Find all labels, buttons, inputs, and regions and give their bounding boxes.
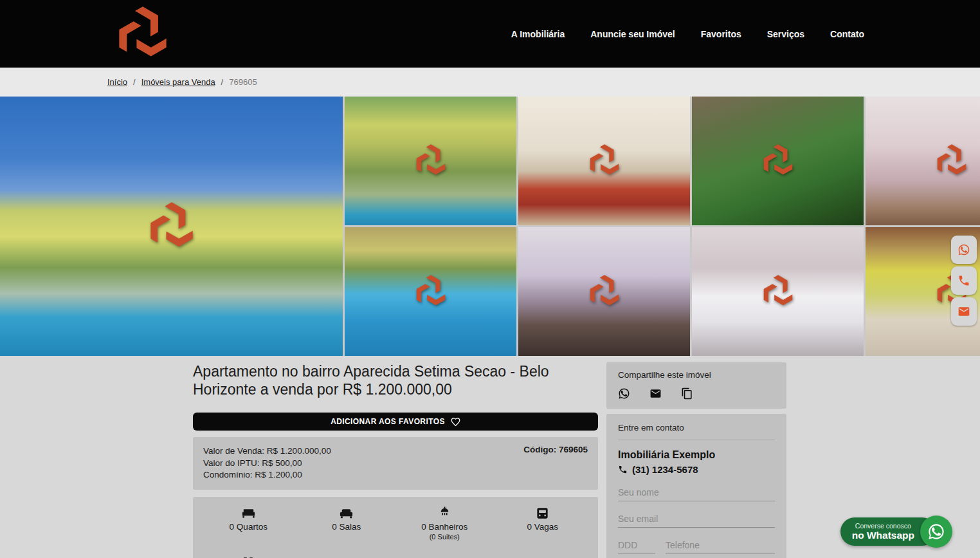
nav-item-favoritos[interactable]: Favoritos	[701, 29, 741, 39]
watermark-logo-icon	[760, 274, 796, 310]
name-field[interactable]	[618, 483, 775, 501]
top-navbar: A Imobiliária Anuncie seu Imóvel Favorit…	[0, 0, 980, 68]
ddd-field[interactable]	[618, 536, 655, 554]
phone-icon	[957, 274, 970, 287]
email-icon	[957, 305, 970, 318]
price-value: R$ 1.200.000,00	[267, 446, 331, 456]
phone-fields-row	[618, 528, 775, 554]
contact-title: Entre em contato	[618, 423, 775, 432]
whatsapp-chat-button[interactable]	[920, 516, 952, 548]
price-value: R$ 500,00	[262, 458, 302, 468]
gallery-photo-garden-palms-house[interactable]	[345, 97, 516, 225]
feature-label: 0 Vagas	[527, 522, 558, 532]
favorites-button-label: ADICIONAR AOS FAVORITOS	[331, 417, 445, 426]
agency-phone-number: (31) 1234-5678	[632, 464, 698, 475]
nav-item-anuncie[interactable]: Anuncie seu Imóvel	[590, 29, 675, 39]
listing-main-column: Apartamento no bairro Aparecida Setima S…	[193, 362, 598, 558]
gallery-photo-indoor-garden[interactable]	[692, 97, 864, 225]
bed-icon	[241, 506, 256, 521]
agency-phone: (31) 1234-5678	[618, 464, 775, 475]
price-line-condominio: Condomínio: R$ 1.200,00	[203, 469, 588, 481]
car-icon	[535, 506, 550, 521]
whatsapp-icon[interactable]	[618, 387, 630, 400]
watermark-logo-icon	[586, 274, 622, 310]
contact-box: Entre em contato Imobiliária Exemplo (31…	[606, 414, 786, 558]
breadcrumb-home-link[interactable]: Início	[107, 77, 127, 87]
side-whatsapp-button[interactable]	[951, 236, 977, 264]
main-nav: A Imobiliária Anuncie seu Imóvel Favorit…	[511, 0, 864, 68]
price-label: Valor de Venda:	[203, 446, 264, 456]
gallery-photo-pink-bedroom[interactable]	[866, 97, 980, 225]
floating-contact-buttons	[951, 236, 977, 326]
gallery-photo-pool-fountain[interactable]	[345, 227, 516, 356]
nav-item-a-imobiliaria[interactable]: A Imobiliária	[511, 29, 565, 39]
features-box: 0 Quartos 0 Salas 0 B	[193, 497, 598, 558]
page-title: Apartamento no bairro Aparecida Setima S…	[193, 362, 598, 398]
feature-label: 0 Banheiros	[421, 522, 467, 532]
breadcrumb-current: 769605	[229, 77, 257, 87]
side-phone-button[interactable]	[951, 266, 977, 295]
nav-item-servicos[interactable]: Serviços	[767, 29, 804, 39]
feature-label: 0 Quartos	[230, 522, 268, 532]
price-value: R$ 1.200,00	[255, 470, 302, 479]
agency-name: Imobiliária Exemplo	[618, 449, 775, 461]
photo-gallery	[0, 97, 980, 356]
whatsapp-pill-line1: Converse conosco	[852, 522, 914, 530]
price-label: Valor do IPTU:	[203, 458, 260, 468]
features-row: 0 Quartos 0 Salas 0 B	[199, 506, 592, 541]
code-value: 769605	[559, 445, 588, 454]
add-to-favorites-button[interactable]: ADICIONAR AOS FAVORITOS	[193, 413, 598, 431]
whatsapp-icon	[957, 243, 970, 256]
feature-banheiros: 0 Banheiros (0 Suites)	[395, 506, 494, 541]
sofa-icon	[339, 506, 354, 521]
email-field[interactable]	[618, 510, 775, 528]
nav-item-contato[interactable]: Contato	[830, 29, 864, 39]
feature-salas: 0 Salas	[298, 506, 396, 541]
phone-icon	[618, 465, 628, 474]
feature-quartos: 0 Quartos	[199, 506, 298, 541]
feature-label: 0 Salas	[332, 522, 361, 532]
whatsapp-chat-widget[interactable]: Converse conosco no Whatsapp	[840, 516, 952, 546]
shower-icon	[437, 506, 452, 521]
share-title: Compartilhe este imóvel	[618, 370, 775, 380]
whatsapp-pill-line2: no Whatsapp	[852, 530, 914, 541]
copy-icon[interactable]	[681, 387, 693, 400]
watermark-logo-icon	[934, 143, 970, 179]
heart-outline-icon	[451, 417, 460, 427]
share-box: Compartilhe este imóvel	[606, 362, 786, 409]
whatsapp-icon	[927, 523, 945, 541]
telefone-field[interactable]	[666, 536, 775, 554]
price-line-iptu: Valor do IPTU: R$ 500,00	[203, 458, 588, 470]
gallery-photo-dining-room[interactable]	[518, 227, 690, 356]
price-label: Condomínio:	[203, 470, 253, 479]
feature-sub-label: (0 Suites)	[430, 533, 460, 541]
feature-vagas: 0 Vagas	[494, 506, 592, 541]
gallery-photo-house-exterior-pool[interactable]	[0, 97, 343, 356]
side-email-button[interactable]	[951, 297, 977, 326]
breadcrumb-separator: /	[221, 77, 224, 87]
divider	[618, 440, 775, 440]
agency-logo-icon[interactable]	[113, 3, 172, 64]
breadcrumb-section-link[interactable]: Imóveis para Venda	[141, 77, 215, 87]
breadcrumb: Início / Imóveis para Venda / 769605	[0, 68, 980, 97]
gallery-photo-bedroom[interactable]	[692, 227, 864, 356]
watermark-logo-icon	[413, 274, 449, 310]
watermark-logo-icon	[586, 143, 622, 179]
watermark-logo-icon	[413, 143, 449, 179]
watermark-logo-icon	[145, 200, 198, 253]
code-label: Código:	[523, 445, 556, 454]
gallery-photo-living-room[interactable]	[518, 97, 690, 225]
watermark-logo-icon	[760, 143, 796, 179]
share-icons	[618, 387, 775, 400]
listing-code: Código: 769605	[523, 444, 588, 456]
price-summary-box: Código: 769605 Valor de Venda: R$ 1.200.…	[193, 437, 598, 490]
breadcrumb-separator: /	[133, 77, 136, 87]
email-icon[interactable]	[649, 387, 662, 400]
